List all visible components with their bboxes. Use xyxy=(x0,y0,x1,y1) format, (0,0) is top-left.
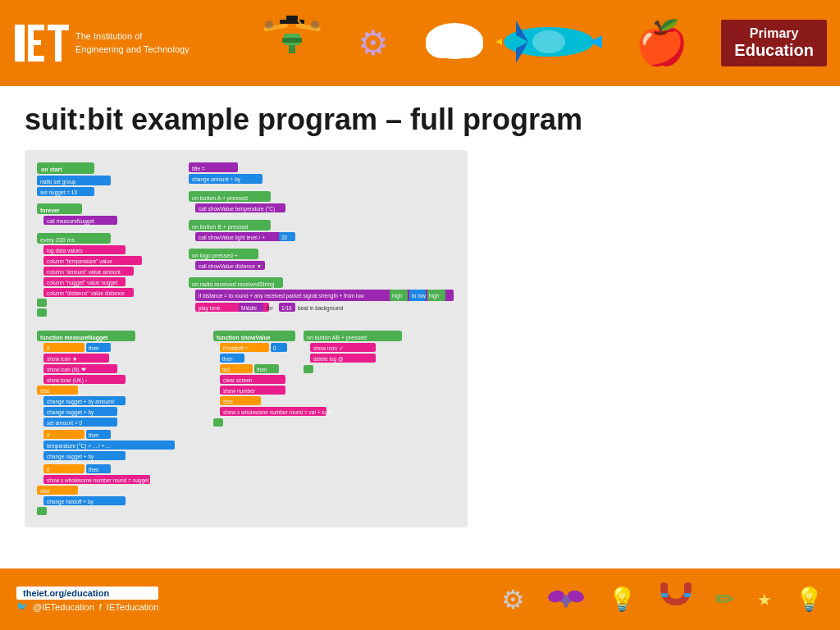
svg-rect-108 xyxy=(43,430,84,439)
svg-point-11 xyxy=(265,21,273,29)
svg-text:if distance = to round + any r: if distance = to round + any received pa… xyxy=(199,293,364,299)
svg-text:every 200 ms: every 200 ms xyxy=(40,237,75,244)
svg-text:column "temperature" value: column "temperature" value xyxy=(47,258,112,265)
footer-gear-icon: ⚙ xyxy=(501,584,525,615)
svg-point-23 xyxy=(532,30,565,53)
svg-rect-8 xyxy=(282,38,302,43)
svg-text:set amount = 0: set amount = 0 xyxy=(47,420,83,426)
svg-point-17 xyxy=(300,24,305,29)
svg-marker-27 xyxy=(495,39,502,45)
svg-point-158 xyxy=(564,595,568,608)
svg-text:temperature (°C) > ... / + ...: temperature (°C) > ... / + ... xyxy=(47,443,111,450)
svg-rect-116 xyxy=(43,464,84,473)
svg-text:log data values: log data values xyxy=(47,248,83,254)
svg-text:column "amount" value amount: column "amount" value amount xyxy=(47,269,121,275)
svg-rect-160 xyxy=(661,593,668,597)
svg-text:function showValue: function showValue xyxy=(217,335,271,340)
svg-text:show icon ✓: show icon ✓ xyxy=(313,345,344,351)
svg-text:else: else xyxy=(40,388,50,394)
svg-text:if: if xyxy=(47,432,49,438)
scratch-program-svg: on start radio set group set nugget = 10… xyxy=(29,154,463,523)
svg-text:show x wholesome number round : show x wholesome number round = val + su… xyxy=(223,409,332,415)
svg-rect-90 xyxy=(43,343,84,352)
header-icons: ⚙ 🍎 xyxy=(226,12,721,75)
svg-rect-13 xyxy=(289,45,295,53)
svg-text:show number: show number xyxy=(223,388,256,394)
footer-social: 🐦 @IETeducation f IETeducation xyxy=(16,601,158,612)
svg-text:change nugget + by amount/: change nugget + by amount/ xyxy=(47,399,115,405)
svg-text:show icon ★: show icon ★ xyxy=(47,356,77,362)
logo-area: The Institution of Engineering and Techn… xyxy=(13,21,226,66)
logo-text: The Institution of Engineering and Techn… xyxy=(75,30,189,56)
svg-rect-161 xyxy=(684,583,691,593)
svg-rect-147 xyxy=(213,418,223,427)
svg-point-12 xyxy=(311,21,319,29)
svg-text:show x wholesome number round : show x wholesome number round = nugget xyxy=(47,477,149,484)
svg-text:change nugget + by: change nugget + by xyxy=(47,454,94,460)
svg-text:else: else xyxy=(223,399,233,404)
svg-text:to low: to low xyxy=(412,293,426,299)
svg-text:high: high xyxy=(392,293,403,299)
svg-rect-154 xyxy=(304,365,313,373)
svg-text:change nugget + by: change nugget + by xyxy=(47,409,94,416)
footer-icons: ⚙ 💡 ✏ ★ 💡 xyxy=(183,582,824,618)
svg-text:then: then xyxy=(222,356,233,362)
svg-text:column "nugget" value nugget: column "nugget" value nugget xyxy=(47,280,117,286)
svg-text:else: else xyxy=(40,488,50,494)
svg-text:20: 20 xyxy=(281,235,288,240)
svg-text:on start: on start xyxy=(41,167,62,172)
svg-rect-162 xyxy=(684,593,691,597)
footer-bulb-icon: 💡 xyxy=(608,586,637,613)
header: The Institution of Engineering and Techn… xyxy=(0,0,840,86)
svg-rect-15 xyxy=(286,16,298,21)
svg-text:then: then xyxy=(89,345,99,351)
facebook-handle: IETeducation xyxy=(107,602,159,612)
svg-text:if: if xyxy=(47,467,49,472)
svg-rect-6 xyxy=(55,25,62,62)
svg-text:column "distance" value distan: column "distance" value distance xyxy=(47,290,125,296)
drone-icon xyxy=(259,13,325,74)
svg-rect-0 xyxy=(15,25,25,62)
svg-text:title =: title = xyxy=(192,166,205,171)
page-title: suit:bit example program – full program xyxy=(25,103,815,137)
svg-text:show tone (UK) ♪: show tone (UK) ♪ xyxy=(47,377,88,384)
twitter-icon: 🐦 xyxy=(16,601,28,612)
svg-text:call showValue light level / +: call showValue light level / + xyxy=(199,235,265,241)
svg-text:show icon (lit) ❤: show icon (lit) ❤ xyxy=(47,367,86,373)
svg-text:set nugget = 10: set nugget = 10 xyxy=(40,189,77,196)
svg-text:change holdoff + by: change holdoff + by xyxy=(47,499,94,505)
svg-text:forever: forever xyxy=(40,208,60,213)
svg-text:0: 0 xyxy=(273,345,276,351)
footer-pencil-icon: ✏ xyxy=(715,586,734,613)
footer-magnet-icon xyxy=(660,582,692,618)
footer-bird-icon xyxy=(548,583,585,616)
svg-rect-51 xyxy=(37,308,47,317)
svg-text:then: then xyxy=(89,467,99,472)
svg-text:too: too xyxy=(222,367,230,372)
svg-text:if holdoff =: if holdoff = xyxy=(223,345,248,351)
svg-text:clear screen: clear screen xyxy=(223,377,253,383)
header-gear-icon: ⚙ xyxy=(358,23,389,63)
svg-text:beat in background: beat in background xyxy=(298,305,344,312)
footer-star-icon: ★ xyxy=(757,590,772,609)
svg-text:for: for xyxy=(267,305,273,311)
svg-rect-4 xyxy=(28,56,44,62)
svg-point-20 xyxy=(450,32,483,58)
iet-logo: The Institution of Engineering and Techn… xyxy=(13,21,189,66)
iet-logo-svg xyxy=(13,21,71,66)
svg-text:if: if xyxy=(47,345,49,351)
svg-text:Middle: Middle xyxy=(241,305,258,311)
svg-text:high: high xyxy=(429,293,440,299)
spaceship-icon xyxy=(422,12,602,75)
svg-text:play tone: play tone xyxy=(199,305,221,312)
svg-rect-159 xyxy=(661,583,668,593)
svg-text:call measureNugget: call measureNugget xyxy=(47,218,94,225)
main-content: suit:bit example program – full program … xyxy=(0,86,840,536)
twitter-handle: @IETeducation xyxy=(33,602,94,612)
footer-url: theiet.org/education xyxy=(16,587,158,600)
svg-text:on button A + pressed: on button A + pressed xyxy=(192,195,248,202)
svg-text:1/16: 1/16 xyxy=(281,305,292,311)
svg-rect-50 xyxy=(37,299,47,307)
svg-rect-3 xyxy=(28,40,41,45)
svg-rect-126 xyxy=(37,507,47,515)
